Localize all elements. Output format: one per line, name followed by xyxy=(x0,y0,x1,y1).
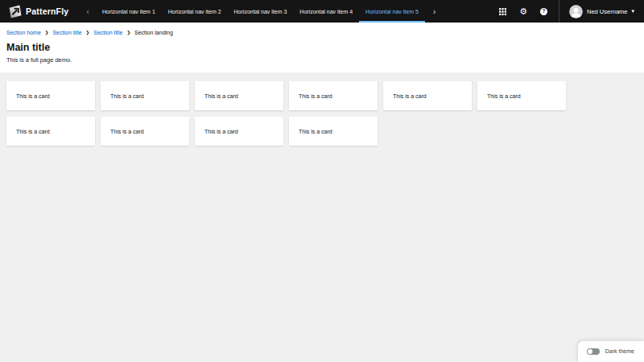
breadcrumb-link-section-title-1[interactable]: Section title xyxy=(52,30,81,35)
card: This is a card xyxy=(6,117,95,146)
nav-scroll-right-button[interactable]: › xyxy=(425,0,444,23)
breadcrumb-link-section-home[interactable]: Section home xyxy=(6,30,41,35)
nav-item-2[interactable]: Horizontal nav item 2 xyxy=(162,0,228,23)
card-text: This is a card xyxy=(110,129,144,134)
horizontal-nav: Horizontal nav item 1 Horizontal nav ite… xyxy=(96,0,425,23)
card: This is a card xyxy=(195,117,283,146)
breadcrumb-link-section-title-2[interactable]: Section title xyxy=(93,30,122,35)
breadcrumb-separator-icon: ❯ xyxy=(45,31,49,35)
gear-icon: ⚙ xyxy=(519,7,527,16)
page-title: Main title xyxy=(6,42,638,53)
settings-button[interactable]: ⚙ xyxy=(519,7,527,16)
card-text: This is a card xyxy=(16,129,50,134)
card: This is a card xyxy=(289,81,378,110)
masthead-toolbar: ⚙ ? xyxy=(494,0,559,23)
caret-down-icon: ▾ xyxy=(631,8,634,14)
masthead: PatternFly ‹ Horizontal nav item 1 Horiz… xyxy=(0,0,644,23)
breadcrumb-current-item: Section landing xyxy=(134,30,173,35)
card: This is a card xyxy=(6,81,95,110)
card: This is a card xyxy=(101,117,189,146)
masthead-spacer xyxy=(444,0,495,23)
card: This is a card xyxy=(477,81,566,110)
card-text: This is a card xyxy=(299,129,332,134)
nav-item-3[interactable]: Horizontal nav item 3 xyxy=(228,0,294,23)
brand-title: PatternFly xyxy=(26,6,68,16)
card-grid: This is a card This is a card This is a … xyxy=(6,81,638,146)
patternfly-logo-icon xyxy=(8,5,22,19)
card-text: This is a card xyxy=(204,129,238,134)
apps-grid-button[interactable] xyxy=(499,8,506,15)
breadcrumb: Section home ❯ Section title ❯ Section t… xyxy=(6,30,638,35)
card-text: This is a card xyxy=(110,93,144,99)
avatar xyxy=(569,5,583,19)
card-text: This is a card xyxy=(487,93,521,99)
card: This is a card xyxy=(195,81,283,110)
content-section: This is a card This is a card This is a … xyxy=(0,72,644,362)
dark-theme-panel: Dark theme xyxy=(578,341,644,362)
card-text: This is a card xyxy=(16,93,50,99)
help-icon: ? xyxy=(540,8,547,15)
card: This is a card xyxy=(101,81,189,110)
help-button[interactable]: ? xyxy=(540,8,547,15)
card: This is a card xyxy=(289,117,378,146)
page-description: This is a full page demo. xyxy=(6,56,638,64)
page-header: Section home ❯ Section title ❯ Section t… xyxy=(0,23,644,72)
breadcrumb-separator-icon: ❯ xyxy=(86,31,90,35)
user-name: Ned Username xyxy=(587,8,627,15)
brand[interactable]: PatternFly xyxy=(0,0,80,23)
nav-scroll-left-button[interactable]: ‹ xyxy=(80,0,96,23)
breadcrumb-separator-icon: ❯ xyxy=(126,31,130,35)
dark-theme-label: Dark theme xyxy=(605,348,634,354)
chevron-left-icon: ‹ xyxy=(86,6,89,16)
nav-item-5[interactable]: Horizontal nav item 5 xyxy=(359,0,425,23)
nav-item-4[interactable]: Horizontal nav item 4 xyxy=(293,0,359,23)
card: This is a card xyxy=(383,81,472,110)
chevron-right-icon: › xyxy=(433,6,436,16)
user-menu[interactable]: Ned Username ▾ xyxy=(559,0,644,23)
apps-grid-icon xyxy=(499,8,506,15)
card-text: This is a card xyxy=(393,93,427,99)
card-text: This is a card xyxy=(204,93,238,99)
card-text: This is a card xyxy=(299,93,332,99)
nav-item-1[interactable]: Horizontal nav item 1 xyxy=(96,0,162,23)
dark-theme-toggle[interactable] xyxy=(587,348,600,356)
toggle-knob-icon xyxy=(588,349,592,354)
